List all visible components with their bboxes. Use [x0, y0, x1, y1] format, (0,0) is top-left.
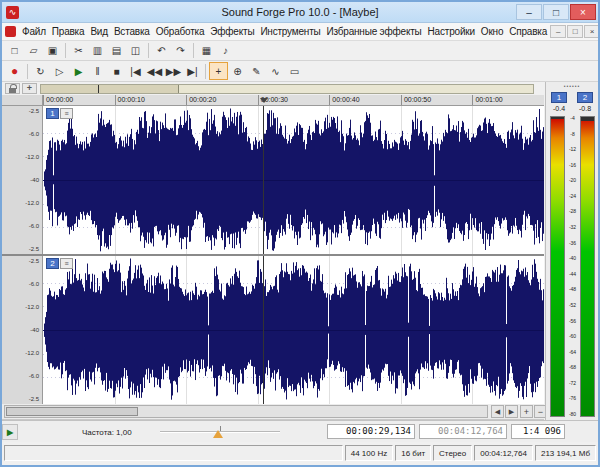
meter-scale-label: -4	[566, 116, 579, 121]
meter-bar-left[interactable]	[550, 116, 565, 417]
scrollbar-thumb[interactable]	[6, 407, 138, 416]
tool-icon: +	[216, 66, 222, 77]
tool-icon: ⊕	[233, 66, 241, 77]
play-button[interactable]: ▶	[69, 62, 88, 80]
meter-channel-1-badge[interactable]: 1	[551, 92, 567, 103]
record-button[interactable]: ●	[5, 62, 24, 80]
forward-button[interactable]: ▶▶	[164, 62, 183, 80]
horizontal-scrollbar[interactable]	[4, 405, 488, 418]
toolbar-icon: ▦	[202, 45, 211, 56]
cursor-marker-icon[interactable]	[260, 98, 268, 103]
menu-help[interactable]: Справка	[506, 23, 550, 40]
menu-edit[interactable]: Правка	[49, 23, 88, 40]
meter-grip[interactable]: ••••••	[546, 83, 598, 89]
rewind-button[interactable]: ◀◀	[145, 62, 164, 80]
channel-2-badge[interactable]: 2	[46, 258, 59, 269]
magnify-tool-button[interactable]: ⊕	[228, 62, 247, 80]
open-button[interactable]: ▱	[24, 42, 43, 60]
menu-file[interactable]: Файл	[19, 23, 49, 40]
time-ruler[interactable]: 00:00:0000:00:1000:00:2000:00:3000:00:40…	[43, 95, 544, 106]
redo-button[interactable]: ↷	[171, 42, 190, 60]
db-ruler-1[interactable]: -2.5-6.0-12.0-40-12.0-6.0-2.5	[2, 106, 43, 254]
mdi-minimize-button[interactable]: –	[550, 25, 566, 38]
db-label: -2.5	[2, 246, 42, 252]
meter-scale: -4-8-12-16-20-24-28-32-36-40-44-48-52-56…	[566, 116, 579, 417]
meter-scale-label: -52	[566, 303, 579, 308]
document-icon	[5, 26, 16, 37]
scroll-right-button[interactable]: ▶	[505, 405, 518, 418]
ruler-tick: 00:00:20	[186, 95, 258, 105]
rate-slider[interactable]	[160, 424, 280, 440]
pause-button[interactable]: ‖	[88, 62, 107, 80]
event-tool-button[interactable]: ▭	[285, 62, 304, 80]
menu-effects[interactable]: Эффекты	[207, 23, 257, 40]
new-file-button[interactable]: □	[5, 42, 24, 60]
playbar-icon: ▶	[7, 428, 13, 437]
meter-bar-right[interactable]	[580, 116, 595, 417]
zoom-ratio-readout[interactable]: 1:4 096	[511, 424, 565, 439]
spectrum-button[interactable]: ▦	[197, 42, 216, 60]
transport-icon: ‖	[95, 66, 99, 77]
stop-button[interactable]: ■	[107, 62, 126, 80]
waveform-channel-2[interactable]	[43, 256, 544, 404]
channel-2-menu-icon[interactable]: ≡	[60, 258, 73, 269]
pencil-tool-button[interactable]: ✎	[247, 62, 266, 80]
meter-channel-2-badge[interactable]: 2	[577, 92, 593, 103]
db-label: -40	[2, 327, 42, 333]
ruler-tick-label: 00:00:10	[118, 96, 145, 103]
window-title: Sound Forge Pro 10.0 - [Maybe]	[2, 6, 598, 18]
zoom-in-icon: +	[524, 407, 529, 417]
mdi-close-button[interactable]: ×	[584, 25, 598, 38]
channel-1-badge[interactable]: 1	[46, 108, 59, 119]
cut-button[interactable]: ✂	[69, 42, 88, 60]
plugin-chainer-button[interactable]: ♪	[216, 42, 235, 60]
menu-process[interactable]: Обработка	[153, 23, 208, 40]
close-button[interactable]: ×	[570, 4, 596, 20]
app-icon: ∿	[6, 6, 19, 19]
monitor-button[interactable]: ▶	[2, 424, 18, 440]
save-button[interactable]: ▣	[43, 42, 62, 60]
snap-button[interactable]: +	[22, 83, 37, 94]
minimize-button[interactable]: –	[516, 4, 542, 20]
position-readout[interactable]: 00:00:29,134	[327, 424, 415, 439]
overview-bar[interactable]	[40, 84, 534, 94]
lock-button[interactable]	[5, 83, 20, 94]
envelope-tool-button[interactable]: ∿	[266, 62, 285, 80]
maximize-button[interactable]: □	[543, 4, 569, 20]
db-ruler-2[interactable]: -2.5-6.0-12.0-40-12.0-6.0-2.5	[2, 256, 43, 404]
mdi-control-icon: ×	[590, 27, 595, 36]
menu-insert[interactable]: Вставка	[111, 23, 153, 40]
rate-slider-thumb[interactable]	[213, 430, 223, 438]
ruler-tick-label: 00:00:20	[189, 96, 216, 103]
window-control-icon: –	[526, 7, 532, 18]
play-all-button[interactable]: ▷	[50, 62, 69, 80]
transport-icon: |◀	[130, 66, 140, 77]
edit-tool-button[interactable]: +	[209, 62, 228, 80]
trim-button[interactable]: ◫	[126, 42, 145, 60]
zoom-in-button[interactable]: +	[520, 405, 533, 418]
db-label: -2.5	[2, 396, 42, 402]
menu-window[interactable]: Окно	[478, 23, 506, 40]
menu-view[interactable]: Вид	[87, 23, 111, 40]
meter-scale-label: -64	[566, 350, 579, 355]
menu-favorite-effects[interactable]: Избранные эффекты	[324, 23, 425, 40]
paste-button[interactable]: ▤	[107, 42, 126, 60]
undo-button[interactable]: ↶	[152, 42, 171, 60]
db-label: -2.5	[2, 108, 42, 114]
meter-scale-label: -20	[566, 178, 579, 183]
meter-scale-label: -48	[566, 287, 579, 292]
scroll-left-button[interactable]: ◀	[491, 405, 504, 418]
mdi-restore-button[interactable]: □	[567, 25, 583, 38]
menu-options[interactable]: Настройки	[425, 23, 478, 40]
playbar: ●■▶▶ Частота: 1,00 00:00:29,134 00:04:12…	[2, 420, 598, 442]
go-to-start-button[interactable]: |◀	[126, 62, 145, 80]
channel-1-menu-icon[interactable]: ≡	[60, 108, 73, 119]
waveform-channel-1[interactable]	[43, 106, 544, 254]
copy-button[interactable]: ▥	[88, 42, 107, 60]
go-to-end-button[interactable]: ▶|	[183, 62, 202, 80]
loop-playback-button[interactable]: ↻	[31, 62, 50, 80]
menu-tools[interactable]: Инструменты	[257, 23, 323, 40]
length-readout[interactable]: 00:04:12,764	[419, 424, 507, 439]
overview-view-region[interactable]	[41, 85, 179, 93]
peak-value-left: -0.4	[549, 105, 569, 112]
